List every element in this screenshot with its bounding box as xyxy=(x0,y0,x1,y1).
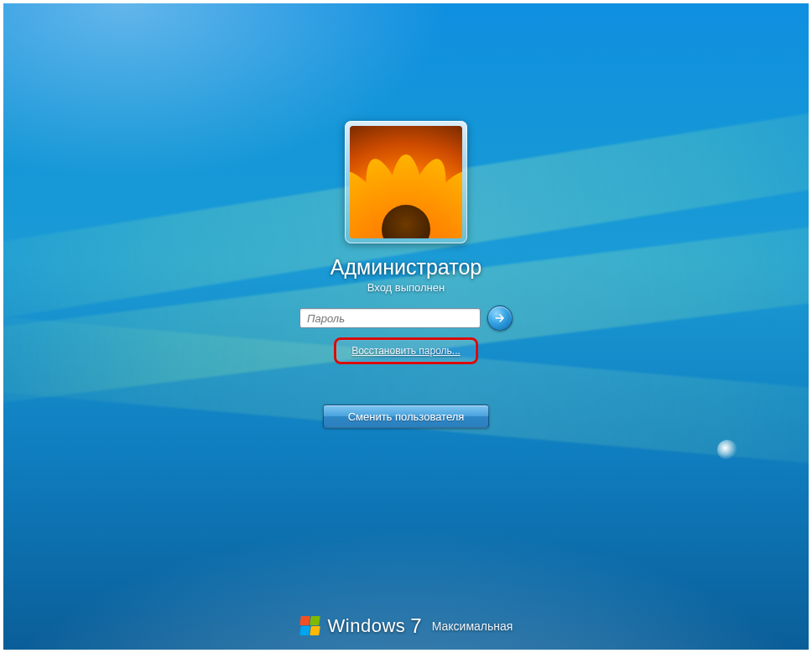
password-row xyxy=(299,306,513,331)
product-name: Windows xyxy=(328,615,406,637)
avatar-frame xyxy=(345,121,467,243)
password-input[interactable] xyxy=(299,308,481,328)
highlight-box: Восстановить пароль... xyxy=(334,337,478,364)
user-avatar xyxy=(350,126,462,238)
windows-flag-icon xyxy=(299,615,321,637)
submit-button[interactable] xyxy=(487,306,513,331)
login-status: Вход выполнен xyxy=(367,281,445,294)
reset-password-link[interactable]: Восстановить пароль... xyxy=(351,345,461,357)
product-version: 7 xyxy=(410,614,421,638)
username-label: Администратор xyxy=(331,255,481,279)
login-screen: Администратор Вход выполнен Восстановить… xyxy=(3,3,809,650)
product-edition: Максимальная xyxy=(432,619,513,633)
switch-user-button[interactable]: Сменить пользователя xyxy=(323,405,489,428)
arrow-right-icon xyxy=(493,311,507,325)
background-highlight xyxy=(717,440,737,460)
branding-footer: Windows 7 Максимальная xyxy=(3,614,809,638)
